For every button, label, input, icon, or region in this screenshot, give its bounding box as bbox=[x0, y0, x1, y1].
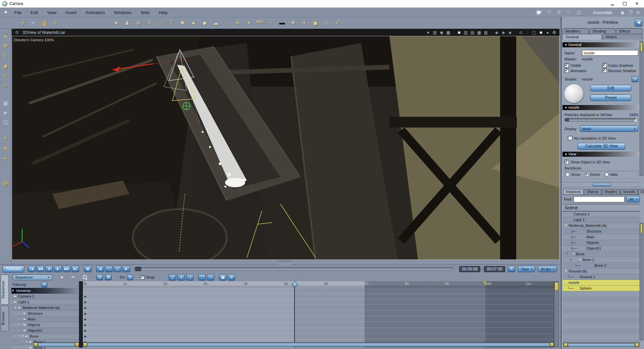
tweener-ease-in-button[interactable]: ⌒ bbox=[198, 274, 206, 281]
display-dropdown[interactable]: Mesh » bbox=[580, 126, 638, 132]
scene-tree-empty-area[interactable] bbox=[562, 291, 640, 349]
quality-shaded-icon[interactable]: ◈ bbox=[507, 30, 513, 35]
current-time-field[interactable]: 00:05:08 bbox=[459, 266, 480, 272]
geodesic-tool-icon[interactable]: ⊕ bbox=[134, 19, 143, 27]
section-noozle[interactable]: noozle bbox=[562, 105, 640, 110]
scene-tree-row[interactable]: Light 1 bbox=[562, 217, 640, 223]
keyframe-marker[interactable] bbox=[84, 323, 87, 327]
receive-shadow-checkbox[interactable] bbox=[602, 68, 607, 73]
name-input[interactable] bbox=[582, 50, 638, 56]
sequencer-zoom-icon[interactable] bbox=[83, 275, 88, 280]
find-filter-dropdown[interactable]: All » bbox=[626, 196, 639, 202]
edit-shader-button[interactable]: Edit bbox=[590, 85, 631, 91]
pointer-mode-icon[interactable]: ➤ bbox=[426, 30, 431, 35]
bone-tool-icon[interactable]: ✛ bbox=[18, 19, 27, 27]
properties-subtab[interactable]: General bbox=[562, 34, 602, 40]
animate-button[interactable]: Animate bbox=[3, 266, 24, 272]
target-helper-tool-icon[interactable]: ⊙ bbox=[322, 19, 331, 27]
next-keyframe-button[interactable]: ▶ bbox=[122, 266, 130, 272]
scrollbar-thumb[interactable] bbox=[640, 42, 643, 51]
up-axis-icon[interactable]: ⊙ bbox=[518, 30, 523, 35]
shader-dropdown-button[interactable]: » bbox=[632, 76, 638, 82]
tree-vertical-scrollbar[interactable] bbox=[640, 223, 643, 340]
snap-toggle[interactable]: Snap bbox=[140, 275, 155, 280]
add-keyframe-button[interactable]: ✧ bbox=[105, 266, 113, 272]
radio-dot[interactable] bbox=[605, 172, 609, 177]
layout-single-icon[interactable]: ■ bbox=[457, 30, 462, 35]
scene-tree-row[interactable]: ▼ Ground.obj bbox=[562, 268, 640, 274]
back-button[interactable]: ◀ bbox=[635, 19, 642, 27]
metaball-tool-icon[interactable]: ◎ bbox=[156, 19, 165, 27]
timeline-tree-row[interactable]: ├─ ▶ Main bbox=[11, 316, 79, 322]
timeline-tree-row[interactable]: └ ▼ ▶ Bone bbox=[11, 334, 79, 339]
tweener-smooth-button[interactable]: ∩ bbox=[186, 274, 194, 281]
timeline-ruler[interactable]: 0s1s2s3s4s5s6s7s8s9s10s11s bbox=[83, 281, 554, 288]
menu-item[interactable]: Insert bbox=[65, 10, 76, 15]
casts-shadows-checkbox[interactable] bbox=[602, 63, 607, 67]
tree-expand-icon[interactable]: ▶ bbox=[14, 295, 17, 298]
track-horizontal-scrollbar[interactable] bbox=[83, 342, 554, 347]
slider-thumb[interactable] bbox=[634, 117, 637, 121]
splitter-pill[interactable] bbox=[592, 183, 611, 186]
tree-expand-icon[interactable]: ▼ bbox=[11, 289, 15, 292]
menu-item[interactable]: Animation bbox=[86, 10, 105, 15]
pan-hand-tool-icon[interactable]: ☛ bbox=[3, 110, 8, 117]
menu-item[interactable]: Help bbox=[159, 10, 168, 15]
scrollbar-thumb[interactable] bbox=[38, 343, 75, 347]
tree-horizontal-scrollbar[interactable] bbox=[34, 342, 79, 347]
sequencer-mode-dropdown[interactable]: Sequencer» bbox=[13, 275, 52, 280]
timeline-tree-row[interactable]: ├─ ▶ Objects bbox=[11, 322, 79, 328]
minimize-button[interactable] bbox=[610, 2, 615, 6]
menu-item[interactable]: File bbox=[14, 10, 21, 15]
textured-sphere-icon[interactable]: ❂ bbox=[552, 30, 557, 35]
assemble-room-icon[interactable]: ☛ bbox=[537, 9, 542, 16]
viewport-collapse-icon[interactable] bbox=[15, 31, 18, 34]
rewind-button[interactable]: ◀◀ bbox=[37, 266, 44, 272]
keyframe-marker[interactable] bbox=[84, 300, 87, 304]
tree-expand-icon[interactable]: └ ▼ ▶ bbox=[17, 335, 28, 338]
tweener-ease-out-button[interactable]: ⌢ bbox=[207, 274, 214, 281]
hair-tool-icon[interactable]: ✶ bbox=[245, 19, 253, 27]
properties-tab[interactable]: Modifiers bbox=[562, 28, 589, 34]
scene-tree-row[interactable]: ├── Main bbox=[562, 234, 640, 240]
anything-grows-tool-icon[interactable]: AGr bbox=[256, 19, 264, 27]
fast-forward-button[interactable]: ▶▶ bbox=[63, 266, 70, 272]
tweener-formula-button[interactable]: ▣ bbox=[219, 274, 226, 281]
model-room-icon[interactable]: ⚒ bbox=[547, 9, 552, 16]
dolly-tool-icon[interactable]: ✛ bbox=[3, 135, 8, 142]
pan-camera-tool-icon[interactable]: ✜ bbox=[3, 145, 8, 152]
browser-tab[interactable]: Browser bbox=[1, 305, 9, 332]
browser-tab[interactable]: Instances bbox=[563, 189, 584, 194]
track-vertical-scrollbar[interactable] bbox=[554, 281, 559, 347]
light-tool-icon[interactable]: ☀ bbox=[300, 19, 309, 27]
clear-time-button[interactable]: ✕ bbox=[508, 266, 515, 272]
eyedropper-tool-icon[interactable]: ✐ bbox=[3, 72, 8, 80]
go-start-button[interactable]: |◀ bbox=[28, 266, 36, 272]
keyframe-marker[interactable] bbox=[84, 311, 87, 315]
scene-tree-row[interactable]: ├── Objects bbox=[562, 240, 640, 246]
find-input[interactable] bbox=[574, 196, 625, 202]
scene-tree-row[interactable]: └── Ground 1 bbox=[562, 274, 640, 280]
scene-tree-row[interactable]: ▼ Medieval_Watermill.obj bbox=[562, 223, 640, 229]
timeline-lane[interactable] bbox=[83, 311, 554, 316]
menu-item[interactable]: View bbox=[47, 10, 56, 15]
quality-wire-icon[interactable]: ◈ bbox=[501, 30, 506, 35]
scrollbar-thumb[interactable] bbox=[555, 282, 559, 290]
stop-button[interactable]: ■ bbox=[45, 266, 53, 272]
time-mode-dropdown[interactable]: Time» bbox=[518, 266, 535, 272]
timeline-lane[interactable] bbox=[83, 322, 554, 328]
scene-tree-row[interactable]: └── Bone 2 bbox=[562, 263, 640, 268]
text-tool-icon[interactable]: T bbox=[167, 19, 176, 27]
fountain-tool-icon[interactable]: ✵ bbox=[233, 19, 242, 27]
tree-expand-icon[interactable]: ├─ ▶ bbox=[17, 323, 26, 327]
scrollbar-cap[interactable] bbox=[34, 343, 38, 346]
quality-bounding-icon[interactable]: ◈ bbox=[494, 30, 499, 35]
keyframe-marker[interactable] bbox=[84, 334, 87, 338]
scene-start-marker[interactable] bbox=[83, 281, 85, 286]
link-tool-icon[interactable]: ∞ bbox=[3, 83, 7, 89]
scene-tree-row[interactable]: ▼ noozle bbox=[562, 280, 640, 286]
timeline-tree-row[interactable]: ▼ ▶ Medieval Watermill.obj bbox=[11, 305, 79, 311]
tree-expand-icon[interactable]: ├─ ▶ bbox=[17, 317, 26, 321]
browser-tab[interactable]: Shaders bbox=[602, 189, 620, 194]
timeline-tree-row[interactable]: ▼ Universe bbox=[11, 288, 79, 294]
